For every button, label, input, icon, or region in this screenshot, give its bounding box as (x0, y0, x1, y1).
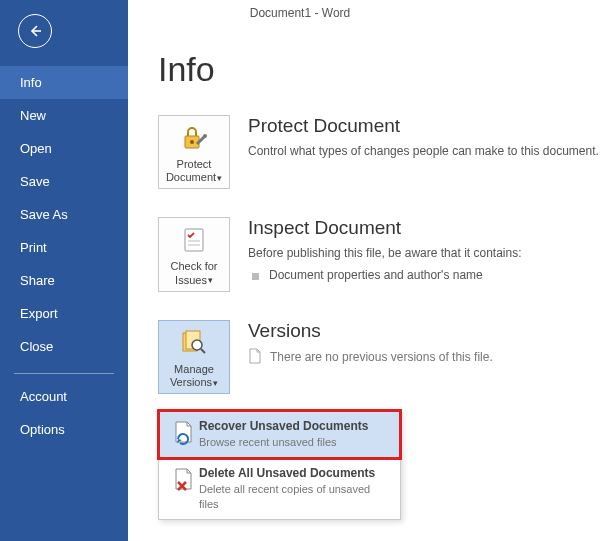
protect-document-button[interactable]: Protect Document▾ (158, 115, 230, 189)
svg-point-2 (190, 140, 194, 144)
inspect-desc: Before publishing this file, be aware th… (248, 245, 600, 262)
menu-item-delete-unsaved[interactable]: Delete All Unsaved Documents Delete all … (159, 458, 400, 519)
dropdown-caret-icon: ▾ (213, 378, 218, 389)
svg-point-3 (203, 134, 207, 138)
manage-versions-button[interactable]: Manage Versions▾ (158, 320, 230, 394)
backstage-sidebar: Info New Open Save Save As Print Share E… (0, 0, 128, 541)
back-arrow-icon (27, 23, 43, 39)
protect-desc: Control what types of changes people can… (248, 143, 600, 160)
protect-btn-line1: Protect (177, 158, 212, 170)
sidebar-item-info[interactable]: Info (0, 66, 128, 99)
check-issues-button[interactable]: Check for Issues▾ (158, 217, 230, 291)
manage-versions-dropdown: Recover Unsaved Documents Browse recent … (158, 410, 401, 520)
delete-desc: Delete all recent copies of unsaved file… (199, 482, 390, 511)
sidebar-item-share[interactable]: Share (0, 264, 128, 297)
back-button[interactable] (18, 14, 52, 48)
versions-desc-text: There are no previous versions of this f… (270, 349, 493, 363)
svg-line-10 (201, 349, 205, 353)
bullet-square-icon (252, 273, 259, 280)
recover-desc: Browse recent unsaved files (199, 435, 390, 449)
versions-desc-row: There are no previous versions of this f… (248, 348, 600, 367)
delete-title: Delete All Unsaved Documents (199, 466, 390, 480)
lock-key-icon (179, 124, 209, 152)
sidebar-item-open[interactable]: Open (0, 132, 128, 165)
section-versions: Manage Versions▾ Versions There are no p… (158, 320, 600, 394)
versions-btn-line2: Versions (170, 376, 212, 388)
sidebar-item-export[interactable]: Export (0, 297, 128, 330)
document-refresh-icon (173, 421, 195, 445)
section-inspect: Check for Issues▾ Inspect Document Befor… (158, 217, 600, 291)
sidebar-item-new[interactable]: New (0, 99, 128, 132)
document-delete-icon (173, 468, 195, 492)
svg-rect-4 (185, 229, 203, 251)
checklist-icon (180, 226, 208, 254)
recover-title: Recover Unsaved Documents (199, 419, 390, 433)
document-icon (248, 348, 262, 364)
protect-btn-line2: Document (166, 171, 216, 183)
sidebar-item-close[interactable]: Close (0, 330, 128, 363)
inspect-title: Inspect Document (248, 217, 600, 239)
check-btn-line1: Check for (170, 260, 217, 272)
inspect-bullet: Document properties and author's name (248, 268, 600, 282)
sidebar-items-upper: Info New Open Save Save As Print Share E… (0, 66, 128, 363)
versions-magnifier-icon (179, 329, 209, 357)
menu-item-recover-unsaved[interactable]: Recover Unsaved Documents Browse recent … (159, 411, 400, 458)
sidebar-item-options[interactable]: Options (0, 413, 128, 446)
sidebar-item-save[interactable]: Save (0, 165, 128, 198)
inspect-bullet-text: Document properties and author's name (269, 268, 483, 282)
sidebar-item-saveas[interactable]: Save As (0, 198, 128, 231)
page-title: Info (158, 50, 600, 89)
check-btn-line2: Issues (175, 274, 207, 286)
section-protect: Protect Document▾ Protect Document Contr… (158, 115, 600, 189)
versions-title: Versions (248, 320, 600, 342)
dropdown-caret-icon: ▾ (208, 275, 213, 286)
svg-point-9 (192, 340, 202, 350)
sidebar-item-print[interactable]: Print (0, 231, 128, 264)
sidebar-item-account[interactable]: Account (0, 380, 128, 413)
sidebar-separator (14, 373, 114, 374)
versions-btn-line1: Manage (174, 363, 214, 375)
dropdown-caret-icon: ▾ (217, 173, 222, 184)
protect-title: Protect Document (248, 115, 600, 137)
